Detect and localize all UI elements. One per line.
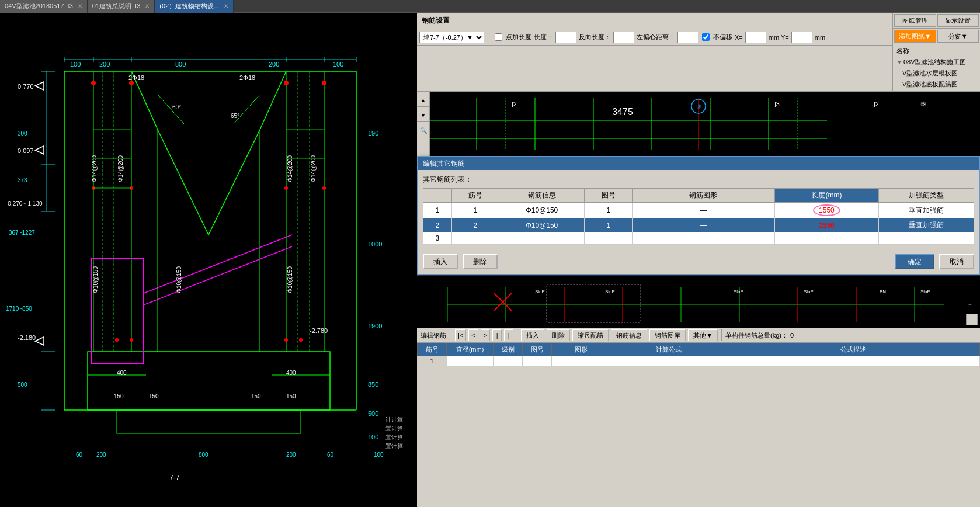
reverse-input[interactable]: 0 <box>613 32 634 43</box>
svg-text:300: 300 <box>18 130 27 137</box>
add-length-checkbox[interactable] <box>495 33 502 41</box>
not-move-checkbox[interactable] <box>702 33 710 41</box>
col-shape: 钢筋图形 <box>632 189 774 203</box>
nav-next-btn[interactable]: | <box>492 329 502 341</box>
ok-button[interactable]: 确定 <box>895 254 934 269</box>
bt-col-formula: 计算公式 <box>610 343 727 356</box>
drawing-btn[interactable]: 钢筋图库 <box>649 329 686 341</box>
tab-2[interactable]: 01建筑总说明_t3 ✕ <box>88 0 155 13</box>
cad-panel[interactable]: 100 200 800 200 100 300 373 367~1227 171… <box>0 13 417 507</box>
table-label: 其它钢筋列表： <box>423 175 974 185</box>
steel-toolbar-title: 钢筋设置 <box>419 16 452 26</box>
col-type: 加强筋类型 <box>879 189 974 203</box>
bt-row-diameter <box>447 356 494 366</box>
bar-info-2: Φ10@150 <box>499 218 585 232</box>
nav-prev-btn[interactable]: > <box>481 329 490 341</box>
length-input[interactable]: 0 <box>555 32 576 43</box>
other-btn[interactable]: 其他▼ <box>688 329 718 341</box>
magnify-btn[interactable]: 🔍 <box>417 124 430 137</box>
tab-1-close[interactable]: ✕ <box>78 3 82 9</box>
tree-folder-item[interactable]: ▼ 08V型滤池结构施工图 <box>894 57 979 68</box>
svg-text:-2.780: -2.780 <box>310 327 328 334</box>
bar-length-1[interactable]: 1550 <box>774 203 879 218</box>
bt-col-shape: 图形 <box>552 343 610 356</box>
svg-text:|2: |2 <box>512 100 517 107</box>
tab-1[interactable]: 04V型滤池20180517_t3 ✕ <box>0 0 88 13</box>
tree-file-2[interactable]: V型滤池底板配筋图 <box>894 79 979 90</box>
cancel-button[interactable]: 取消 <box>939 254 974 269</box>
svg-text:0.097: 0.097 <box>18 147 34 154</box>
nav-start-btn[interactable]: |< <box>455 329 466 341</box>
steel-toolbar: 钢筋设置 <box>417 13 892 29</box>
left-input[interactable]: 700 <box>677 32 698 43</box>
tab-2-label: 01建筑总说明_t3 <box>92 2 141 11</box>
tab-3-close[interactable]: ✕ <box>224 3 228 9</box>
tab-3-label: (02）建筑物结构设... <box>159 2 219 11</box>
tab-3[interactable]: (02）建筑物结构设... ✕ <box>155 0 234 13</box>
table-row-3[interactable]: 3 <box>423 232 974 245</box>
svg-text:Φ10@150: Φ10@150 <box>92 266 99 293</box>
bar-num-1: 1 <box>451 203 499 218</box>
svg-text:150: 150 <box>251 393 261 400</box>
bottom-delete-btn[interactable]: 删除 <box>547 329 570 341</box>
svg-text:|3: |3 <box>774 100 780 107</box>
edit-bar-label: 编辑钢筋 <box>419 331 447 340</box>
scale-btn[interactable]: 缩尺配筋 <box>572 329 609 341</box>
minimap-expand-btn[interactable]: ⋯ <box>966 314 978 325</box>
svg-point-25 <box>115 338 119 342</box>
svg-text:200: 200 <box>99 61 110 68</box>
split-button[interactable]: 分窗▼ <box>937 30 979 43</box>
svg-text:400: 400 <box>117 370 127 376</box>
add-drawing-button[interactable]: 添加图纸▼ <box>894 30 936 43</box>
svg-text:65°: 65° <box>231 113 239 119</box>
svg-text:2Φ18: 2Φ18 <box>239 74 255 81</box>
nav-prev-fast-btn[interactable]: < <box>468 329 478 341</box>
table-row[interactable]: 1 1 Φ10@150 1 — 1550 垂直加强筋 <box>423 203 974 218</box>
bottom-table-row[interactable]: 1 <box>418 356 980 366</box>
bt-col-num: 筋号 <box>418 343 447 356</box>
minimap-svg: SlnE SlnE SlnE SlnE BN SlnE ... <box>417 276 980 328</box>
svg-text:Φ14@200: Φ14@200 <box>310 155 317 182</box>
manage-button[interactable]: 图纸管理 <box>894 14 936 27</box>
info-btn[interactable]: 钢筋信息 <box>611 329 647 341</box>
svg-text:100: 100 <box>374 452 384 458</box>
svg-text:-0.270~-1.130: -0.270~-1.130 <box>6 200 43 207</box>
bt-col-desc: 公式描述 <box>727 343 980 356</box>
display-button[interactable]: 显示设置 <box>937 14 979 27</box>
delete-button[interactable]: 删除 <box>463 254 498 269</box>
svg-text:SlnE: SlnE <box>535 289 545 294</box>
bar-shape-1: — <box>632 203 774 218</box>
bar-type-1: 垂直加强筋 <box>879 203 974 218</box>
bt-row-grade <box>494 356 523 366</box>
bt-row-formula <box>610 356 727 366</box>
steel-table: 筋号 钢筋信息 图号 钢筋图形 长度(mm) 加强筋类型 1 1 Φ10@150 <box>423 188 974 245</box>
side-btn-2[interactable]: ▼ <box>417 109 430 122</box>
svg-text:100: 100 <box>70 61 81 68</box>
bt-row-drawing <box>523 356 552 366</box>
insert-button[interactable]: 插入 <box>423 254 458 269</box>
svg-point-28 <box>299 338 303 342</box>
bottom-table: 筋号 直径(mm) 级别 图号 图形 计算公式 公式描述 1 <box>417 343 980 366</box>
preview-area: 3475 ⑤ |2 |3 |2 ⑤ ▲ ▼ 🔍 <box>417 92 980 156</box>
left-label: 左偏心距离： <box>637 33 675 41</box>
bar-shape-2: — <box>632 218 774 232</box>
nav-next-fast-btn[interactable]: | <box>504 329 513 341</box>
add-length-label: 点加长度 <box>506 33 531 41</box>
svg-text:1710~850: 1710~850 <box>6 305 32 312</box>
not-move-label: 不偏移 <box>713 33 732 41</box>
bar-type-3 <box>879 232 974 245</box>
bottom-insert-btn[interactable]: 插入 <box>521 329 544 341</box>
x-input[interactable]: 0 <box>745 32 766 43</box>
bar-type-2: 垂直加强筋 <box>879 218 974 232</box>
wall-selector[interactable]: 墙7-7（-0.27）▼ <box>419 32 484 43</box>
tab-2-close[interactable]: ✕ <box>145 3 150 9</box>
bar-length-2[interactable]: 1550 <box>774 218 879 232</box>
tab-1-label: 04V型滤池20180517_t3 <box>5 2 73 11</box>
bar-num-2: 2 <box>451 218 499 232</box>
table-row-selected[interactable]: 2 2 Φ10@150 1 — 1550 垂直加强筋 <box>423 218 974 232</box>
preview-svg: 3475 ⑤ |2 |3 |2 ⑤ <box>417 92 980 156</box>
side-btn-1[interactable]: ▲ <box>417 94 430 107</box>
svg-text:置计算: 置计算 <box>385 425 403 432</box>
y-input[interactable]: 0 <box>791 32 812 43</box>
tree-file-1[interactable]: V型滤池水层模板图 <box>894 68 979 79</box>
